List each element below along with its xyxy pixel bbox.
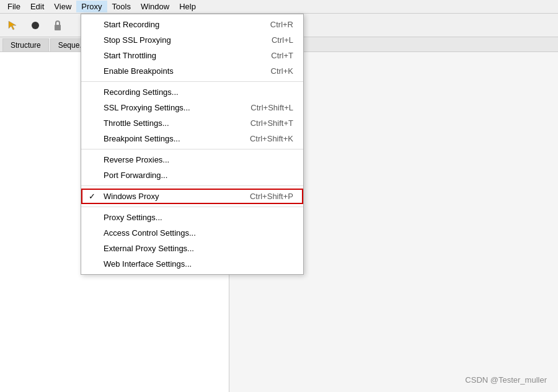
menu-item-shortcut: Ctrl+R (270, 20, 293, 29)
menu-item-label: Access Control Settings... (104, 228, 196, 238)
menu-item-label: Reverse Proxies... (104, 155, 169, 164)
menu-item-breakpoint-settings[interactable]: Breakpoint Settings...Ctrl+Shift+K (81, 131, 303, 146)
menu-item-label: Start Recording (104, 20, 159, 29)
menubar-item-file[interactable]: File (2, 1, 25, 12)
menubar: FileEditViewProxyToolsWindowHelp (0, 0, 558, 14)
menubar-item-edit[interactable]: Edit (25, 1, 49, 12)
menu-item-label: Windows Proxy (104, 192, 159, 201)
menu-item-throttle-settings[interactable]: Throttle Settings...Ctrl+Shift+T (81, 115, 303, 131)
menu-separator-4 (81, 207, 303, 207)
menu-item-label: Start Throttling (104, 51, 156, 60)
svg-marker-0 (9, 21, 16, 30)
menu-item-shortcut: Ctrl+Shift+K (250, 134, 293, 143)
menubar-item-window[interactable]: Window (136, 1, 174, 12)
proxy-dropdown-menu: Start RecordingCtrl+RStop SSL ProxyingCt… (81, 14, 304, 275)
menu-item-external-proxy-settings[interactable]: External Proxy Settings... (81, 241, 303, 256)
toolbar-btn-lock[interactable] (48, 17, 67, 34)
menu-item-shortcut: Ctrl+L (272, 35, 293, 45)
menu-item-label: Throttle Settings... (104, 118, 169, 128)
menu-item-label: Proxy Settings... (104, 213, 162, 222)
menu-separator-1 (81, 81, 303, 82)
menu-item-windows-proxy[interactable]: ✓Windows ProxyCtrl+Shift+P (81, 189, 303, 204)
menu-item-label: Breakpoint Settings... (104, 134, 180, 143)
menu-item-label: Port Forwarding... (104, 171, 167, 180)
svg-rect-2 (55, 25, 61, 30)
toolbar-btn-record[interactable] (26, 17, 45, 34)
menu-item-shortcut: Ctrl+T (271, 51, 293, 60)
menu-item-port-forwarding[interactable]: Port Forwarding... (81, 167, 303, 183)
watermark: CSDN @Tester_muller (465, 375, 547, 385)
menu-item-reverse-proxies[interactable]: Reverse Proxies... (81, 152, 303, 167)
menu-item-shortcut: Ctrl+K (271, 66, 293, 76)
menu-item-label: SSL Proxying Settings... (104, 103, 190, 112)
menu-item-label: Recording Settings... (104, 87, 179, 97)
menubar-item-view[interactable]: View (49, 1, 76, 12)
menu-item-start-recording[interactable]: Start RecordingCtrl+R (81, 17, 303, 32)
menu-item-stop-ssl-proxying[interactable]: Stop SSL ProxyingCtrl+L (81, 32, 303, 48)
menubar-item-help[interactable]: Help (174, 1, 201, 12)
menu-item-label: Stop SSL Proxying (104, 35, 171, 45)
menu-item-shortcut: Ctrl+Shift+L (250, 103, 293, 112)
menu-item-label: External Proxy Settings... (104, 244, 194, 253)
menu-item-ssl-proxying-settings[interactable]: SSL Proxying Settings...Ctrl+Shift+L (81, 100, 303, 115)
menu-item-access-control-settings[interactable]: Access Control Settings... (81, 225, 303, 241)
menu-separator-2 (81, 149, 303, 149)
menu-item-proxy-settings[interactable]: Proxy Settings... (81, 210, 303, 225)
menu-item-shortcut: Ctrl+Shift+P (250, 192, 293, 201)
menubar-item-tools[interactable]: Tools (107, 1, 136, 12)
menu-item-shortcut: Ctrl+Shift+T (250, 118, 293, 128)
checkmark-icon: ✓ (89, 192, 95, 201)
menu-item-start-throttling[interactable]: Start ThrottlingCtrl+T (81, 48, 303, 63)
menubar-item-proxy[interactable]: Proxy (76, 1, 107, 12)
menu-item-web-interface-settings[interactable]: Web Interface Settings... (81, 256, 303, 272)
menu-item-label: Enable Breakpoints (104, 66, 174, 76)
menu-separator-3 (81, 185, 303, 186)
menu-item-recording-settings[interactable]: Recording Settings... (81, 84, 303, 100)
menu-item-enable-breakpoints[interactable]: Enable BreakpointsCtrl+K (81, 63, 303, 79)
toolbar-btn-cursor[interactable] (4, 17, 22, 34)
menu-item-label: Web Interface Settings... (104, 259, 192, 269)
tab-structure[interactable]: Structure (2, 38, 49, 51)
svg-point-1 (32, 22, 39, 29)
